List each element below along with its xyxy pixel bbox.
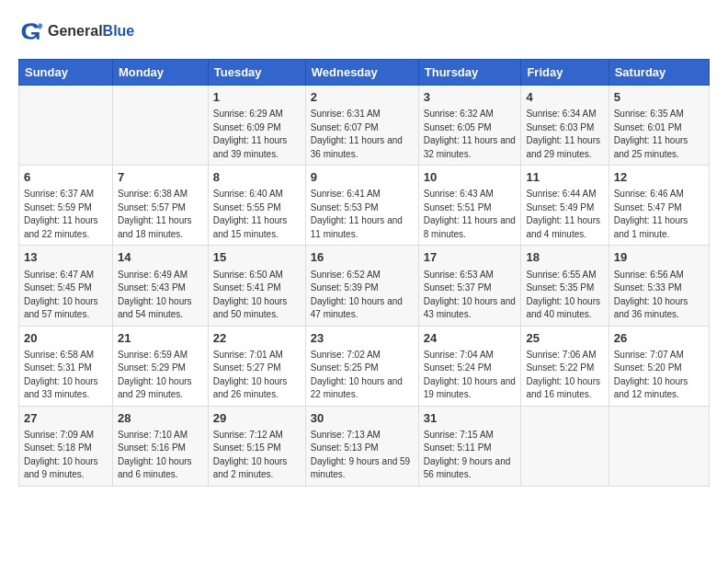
- day-info: Sunrise: 7:09 AM Sunset: 5:18 PM Dayligh…: [24, 429, 108, 482]
- calendar-cell: 26Sunrise: 7:07 AM Sunset: 5:20 PM Dayli…: [609, 326, 709, 406]
- calendar-cell: [112, 86, 208, 166]
- calendar-cell: [521, 406, 609, 486]
- day-info: Sunrise: 6:32 AM Sunset: 6:05 PM Dayligh…: [424, 108, 517, 161]
- day-number: 22: [213, 330, 301, 347]
- logo-text: GeneralBlue: [48, 23, 134, 40]
- day-info: Sunrise: 6:53 AM Sunset: 5:37 PM Dayligh…: [424, 269, 517, 322]
- day-info: Sunrise: 6:37 AM Sunset: 5:59 PM Dayligh…: [24, 188, 108, 241]
- calendar-cell: 20Sunrise: 6:58 AM Sunset: 5:31 PM Dayli…: [19, 326, 113, 406]
- day-number: 21: [118, 330, 203, 347]
- day-info: Sunrise: 6:56 AM Sunset: 5:33 PM Dayligh…: [614, 269, 704, 322]
- weekday-header-thursday: Thursday: [418, 60, 521, 86]
- day-info: Sunrise: 6:38 AM Sunset: 5:57 PM Dayligh…: [118, 188, 203, 241]
- calendar-cell: 5Sunrise: 6:35 AM Sunset: 6:01 PM Daylig…: [609, 86, 709, 166]
- calendar-cell: 31Sunrise: 7:15 AM Sunset: 5:11 PM Dayli…: [418, 406, 521, 486]
- calendar-cell: 23Sunrise: 7:02 AM Sunset: 5:25 PM Dayli…: [305, 326, 418, 406]
- calendar-cell: 27Sunrise: 7:09 AM Sunset: 5:18 PM Dayli…: [19, 406, 113, 486]
- day-number: 14: [118, 249, 203, 266]
- day-info: Sunrise: 6:59 AM Sunset: 5:29 PM Dayligh…: [118, 349, 203, 402]
- day-number: 11: [526, 169, 603, 186]
- calendar-cell: 22Sunrise: 7:01 AM Sunset: 5:27 PM Dayli…: [208, 326, 305, 406]
- calendar-week-row: 6Sunrise: 6:37 AM Sunset: 5:59 PM Daylig…: [19, 166, 710, 246]
- day-number: 31: [424, 410, 517, 427]
- calendar-cell: 18Sunrise: 6:55 AM Sunset: 5:35 PM Dayli…: [521, 246, 609, 326]
- calendar-cell: 13Sunrise: 6:47 AM Sunset: 5:45 PM Dayli…: [19, 246, 113, 326]
- calendar-week-row: 27Sunrise: 7:09 AM Sunset: 5:18 PM Dayli…: [19, 406, 710, 486]
- day-number: 26: [614, 330, 704, 347]
- calendar-header-row: SundayMondayTuesdayWednesdayThursdayFrid…: [19, 60, 710, 86]
- day-info: Sunrise: 6:58 AM Sunset: 5:31 PM Dayligh…: [24, 349, 108, 402]
- day-number: 8: [213, 169, 301, 186]
- day-number: 10: [424, 169, 517, 186]
- day-info: Sunrise: 7:04 AM Sunset: 5:24 PM Dayligh…: [424, 349, 517, 402]
- weekday-header-tuesday: Tuesday: [208, 60, 305, 86]
- logo-icon: [18, 18, 44, 44]
- calendar-cell: 17Sunrise: 6:53 AM Sunset: 5:37 PM Dayli…: [418, 246, 521, 326]
- calendar-table: SundayMondayTuesdayWednesdayThursdayFrid…: [18, 59, 710, 487]
- calendar-cell: [609, 406, 709, 486]
- day-info: Sunrise: 7:06 AM Sunset: 5:22 PM Dayligh…: [526, 349, 603, 402]
- day-info: Sunrise: 6:49 AM Sunset: 5:43 PM Dayligh…: [118, 269, 203, 322]
- calendar-week-row: 20Sunrise: 6:58 AM Sunset: 5:31 PM Dayli…: [19, 326, 710, 406]
- calendar-cell: 29Sunrise: 7:12 AM Sunset: 5:15 PM Dayli…: [208, 406, 305, 486]
- calendar-week-row: 13Sunrise: 6:47 AM Sunset: 5:45 PM Dayli…: [19, 246, 710, 326]
- day-number: 23: [311, 330, 414, 347]
- calendar-cell: 1Sunrise: 6:29 AM Sunset: 6:09 PM Daylig…: [208, 86, 305, 166]
- day-info: Sunrise: 6:40 AM Sunset: 5:55 PM Dayligh…: [213, 188, 301, 241]
- calendar-cell: 15Sunrise: 6:50 AM Sunset: 5:41 PM Dayli…: [208, 246, 305, 326]
- day-number: 28: [118, 410, 203, 427]
- day-number: 12: [614, 169, 704, 186]
- day-number: 7: [118, 169, 203, 186]
- day-info: Sunrise: 6:35 AM Sunset: 6:01 PM Dayligh…: [614, 108, 704, 161]
- day-info: Sunrise: 6:41 AM Sunset: 5:53 PM Dayligh…: [311, 188, 414, 241]
- day-number: 29: [213, 410, 301, 427]
- calendar-cell: 28Sunrise: 7:10 AM Sunset: 5:16 PM Dayli…: [112, 406, 208, 486]
- day-info: Sunrise: 6:43 AM Sunset: 5:51 PM Dayligh…: [424, 188, 517, 241]
- day-number: 1: [213, 89, 301, 106]
- day-info: Sunrise: 7:02 AM Sunset: 5:25 PM Dayligh…: [311, 349, 414, 402]
- weekday-header-wednesday: Wednesday: [305, 60, 418, 86]
- day-number: 30: [311, 410, 414, 427]
- day-info: Sunrise: 7:12 AM Sunset: 5:15 PM Dayligh…: [213, 429, 301, 482]
- day-info: Sunrise: 6:50 AM Sunset: 5:41 PM Dayligh…: [213, 269, 301, 322]
- day-number: 2: [311, 89, 414, 106]
- calendar-cell: 9Sunrise: 6:41 AM Sunset: 5:53 PM Daylig…: [305, 166, 418, 246]
- calendar-cell: 7Sunrise: 6:38 AM Sunset: 5:57 PM Daylig…: [112, 166, 208, 246]
- day-number: 17: [424, 249, 517, 266]
- day-info: Sunrise: 6:47 AM Sunset: 5:45 PM Dayligh…: [24, 269, 108, 322]
- day-number: 27: [24, 410, 108, 427]
- calendar-cell: 8Sunrise: 6:40 AM Sunset: 5:55 PM Daylig…: [208, 166, 305, 246]
- day-info: Sunrise: 7:07 AM Sunset: 5:20 PM Dayligh…: [614, 349, 704, 402]
- day-number: 20: [24, 330, 108, 347]
- day-number: 3: [424, 89, 517, 106]
- day-number: 19: [614, 249, 704, 266]
- calendar-cell: 10Sunrise: 6:43 AM Sunset: 5:51 PM Dayli…: [418, 166, 521, 246]
- page-header: GeneralBlue: [18, 18, 710, 44]
- calendar-cell: 6Sunrise: 6:37 AM Sunset: 5:59 PM Daylig…: [19, 166, 113, 246]
- day-number: 16: [311, 249, 414, 266]
- calendar-cell: 30Sunrise: 7:13 AM Sunset: 5:13 PM Dayli…: [305, 406, 418, 486]
- day-number: 9: [311, 169, 414, 186]
- calendar-cell: 11Sunrise: 6:44 AM Sunset: 5:49 PM Dayli…: [521, 166, 609, 246]
- day-info: Sunrise: 7:13 AM Sunset: 5:13 PM Dayligh…: [311, 429, 414, 482]
- calendar-cell: [19, 86, 113, 166]
- day-number: 15: [213, 249, 301, 266]
- logo: GeneralBlue: [18, 18, 134, 44]
- day-info: Sunrise: 6:29 AM Sunset: 6:09 PM Dayligh…: [213, 108, 301, 161]
- weekday-header-sunday: Sunday: [19, 60, 113, 86]
- calendar-cell: 2Sunrise: 6:31 AM Sunset: 6:07 PM Daylig…: [305, 86, 418, 166]
- day-number: 6: [24, 169, 108, 186]
- day-info: Sunrise: 7:15 AM Sunset: 5:11 PM Dayligh…: [424, 429, 517, 482]
- day-number: 25: [526, 330, 603, 347]
- weekday-header-saturday: Saturday: [609, 60, 709, 86]
- weekday-header-friday: Friday: [521, 60, 609, 86]
- calendar-cell: 21Sunrise: 6:59 AM Sunset: 5:29 PM Dayli…: [112, 326, 208, 406]
- calendar-cell: 19Sunrise: 6:56 AM Sunset: 5:33 PM Dayli…: [609, 246, 709, 326]
- day-number: 4: [526, 89, 603, 106]
- weekday-header-monday: Monday: [112, 60, 208, 86]
- day-number: 13: [24, 249, 108, 266]
- day-number: 18: [526, 249, 603, 266]
- calendar-cell: 24Sunrise: 7:04 AM Sunset: 5:24 PM Dayli…: [418, 326, 521, 406]
- day-number: 24: [424, 330, 517, 347]
- day-info: Sunrise: 6:52 AM Sunset: 5:39 PM Dayligh…: [311, 269, 414, 322]
